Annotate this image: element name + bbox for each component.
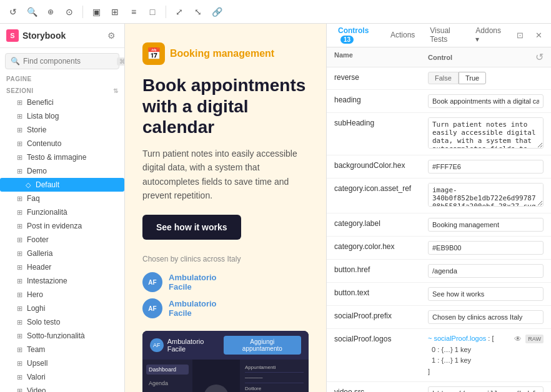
toolbar-refresh-btn[interactable]: ↺: [5, 4, 21, 20]
tab-actions-label: Actions: [390, 31, 415, 39]
toolbar-fit-btn[interactable]: ⊙: [61, 4, 77, 20]
search-input[interactable]: [23, 57, 117, 66]
control-column-header: Control ↺: [428, 51, 544, 63]
sidebar-item-label: Video: [27, 386, 46, 392]
toolbar-external-btn[interactable]: ⤡: [190, 4, 206, 20]
clinic-name-text-2: Ambulatorio: [169, 299, 217, 308]
sidebar-item-sotto-funzionalita[interactable]: ⊞ Sotto-funzionalità: [0, 329, 124, 343]
bgcolor-input[interactable]: [428, 160, 544, 174]
sidebar-item-storie[interactable]: ⊞ Storie: [0, 123, 124, 137]
tab-addons[interactable]: Addons ▾: [469, 24, 507, 49]
cta-button[interactable]: See how it works: [142, 215, 241, 240]
sidebar-item-label: Contenuto: [27, 139, 61, 148]
tab-actions[interactable]: Actions: [384, 27, 421, 44]
tab-controls[interactable]: Controls 13: [332, 24, 382, 49]
mini-nav-agenda[interactable]: Agenda: [146, 378, 189, 388]
sp-logos-raw-badge[interactable]: RAW: [525, 335, 544, 343]
sidebar-item-team[interactable]: ⊞ Team: [0, 343, 124, 356]
video-add-appointment-btn[interactable]: Aggiungi appuntamento: [224, 336, 301, 355]
search-shortcut: ⌘K: [117, 57, 125, 66]
toggle-true[interactable]: True: [459, 72, 486, 84]
sidebar-item-header[interactable]: ⊞ Header: [0, 260, 124, 274]
reset-controls-btn[interactable]: ↺: [535, 51, 544, 63]
control-name-heading: heading: [334, 94, 428, 104]
control-value-cat-icon: image-340b0f852be1db722e6d9978708b5581fa…: [428, 183, 544, 208]
app-logo: S Storybook: [6, 29, 66, 42]
toolbar-frame-btn[interactable]: □: [144, 4, 161, 20]
sidebar-item-default[interactable]: ◇ Default: [0, 178, 124, 192]
panel-close-btn[interactable]: ✕: [531, 28, 546, 43]
sidebar-item-contenuto[interactable]: ⊞ Contenuto: [0, 137, 124, 150]
sidebar-item-funzionalita[interactable]: ⊞ Funzionalità: [0, 205, 124, 219]
sidebar-item-valori[interactable]: ⊞ Valori: [0, 370, 124, 384]
subheading-textarea[interactable]: Turn patient notes into easily accessibl…: [428, 117, 544, 149]
control-row-cat-icon: category.icon.asset_ref image-340b0f852b…: [327, 179, 551, 213]
video-header-title: Ambulatorio Facile: [167, 338, 224, 353]
sidebar-item-intestazione[interactable]: ⊞ Intestazione: [0, 274, 124, 288]
control-name-cat-color: category.color.hex: [334, 241, 428, 251]
search-icon: 🔍: [11, 57, 20, 66]
category-badge: 📅 Booking management: [142, 42, 309, 65]
control-value-video-src: https://sagewill.com/hubfs/Swiftbrief%20…: [428, 386, 544, 392]
sidebar-item-hero[interactable]: ⊞ Hero: [0, 288, 124, 301]
tab-visual-tests-label: Visual Tests: [430, 26, 450, 44]
sidebar-item-label: Storie: [27, 125, 46, 134]
toggle-false[interactable]: False: [428, 72, 459, 84]
panel-maximize-btn[interactable]: ⊡: [512, 28, 527, 43]
toolbar-link-btn[interactable]: 🔗: [209, 4, 225, 20]
sidebar-item-faq[interactable]: ⊞ Faq: [0, 192, 124, 205]
btn-href-input[interactable]: [428, 264, 544, 278]
clinic-logo-2: AF Ambulatorio Facile: [142, 298, 309, 318]
default-icon: ◇: [24, 180, 32, 189]
control-row-reverse: reverse False True: [327, 67, 551, 90]
control-row-subheading: subHeading Turn patient notes into easil…: [327, 113, 551, 155]
video-right-panel: Appuntamenti ───── Dottore ─────: [240, 360, 309, 392]
toolbar-fullscreen-btn[interactable]: ⤢: [171, 4, 187, 20]
sidebar-item-lista-blog[interactable]: ⊞ Lista blog: [0, 109, 124, 123]
btn-text-input[interactable]: [428, 287, 544, 301]
sidebar-item-testo-immagine[interactable]: ⊞ Testo & immagine: [0, 150, 124, 164]
heading-input[interactable]: [428, 94, 544, 108]
sp-prefix-input[interactable]: [428, 310, 544, 324]
cat-color-input[interactable]: [428, 241, 544, 255]
contenuto-icon: ⊞: [15, 139, 24, 148]
toolbar-zoom-out-btn[interactable]: 🔍: [24, 4, 40, 20]
sidebar-item-label: Funzionalità: [27, 208, 67, 217]
video-src-textarea[interactable]: https://sagewill.com/hubfs/Swiftbrief%20…: [428, 386, 544, 392]
control-row-heading: heading: [327, 90, 551, 113]
sidebar-item-loghi[interactable]: ⊞ Loghi: [0, 301, 124, 315]
sidebar-item-benefici[interactable]: ⊞ Benefici: [0, 96, 124, 109]
sp-logos-link[interactable]: ~ socialProof.logos: [428, 335, 486, 342]
toolbar-zoom-in-btn[interactable]: ⊕: [42, 4, 59, 20]
video-play-button[interactable]: ▶: [204, 385, 229, 392]
toolbar-layout-btn[interactable]: ⊞: [107, 4, 123, 20]
cat-icon-textarea[interactable]: image-340b0f852be1db722e6d9978708b5581fa…: [428, 183, 544, 207]
tab-visual-tests[interactable]: Visual Tests: [424, 24, 467, 49]
sidebar-item-label: Sotto-funzionalità: [27, 331, 85, 340]
sidebar-item-galleria[interactable]: ⊞ Galleria: [0, 247, 124, 260]
logo-icon: S: [6, 29, 19, 42]
control-row-bgcolor: backgroundColor.hex: [327, 155, 551, 179]
toolbar-list-btn[interactable]: ≡: [126, 4, 142, 20]
sidebar-item-label: Header: [27, 263, 51, 272]
control-name-sp-logos: socialProof.logos: [334, 333, 428, 343]
sidebar-item-footer[interactable]: ⊞ Footer: [0, 233, 124, 247]
main-layout: S Storybook ⚙ 🔍 ⌘K PAGINE SEZIONI ⇅: [0, 24, 551, 392]
preview-area: 📅 Booking management Book appointments w…: [125, 24, 326, 392]
cat-label-input[interactable]: [428, 218, 544, 232]
sidebar-item-solo-testo[interactable]: ⊞ Solo testo: [0, 315, 124, 329]
sidebar-item-post-in-evidenza[interactable]: ⊞ Post in evidenza: [0, 219, 124, 233]
sidebar-item-video[interactable]: ⊞ Video: [0, 384, 124, 392]
sidebar-item-demo[interactable]: ⊞ Demo: [0, 164, 124, 178]
sidebar-item-upsell[interactable]: ⊞ Upsell: [0, 356, 124, 370]
settings-button[interactable]: ⚙: [104, 29, 118, 42]
control-value-btn-text: [428, 287, 544, 301]
control-row-cat-color: category.color.hex: [327, 237, 551, 260]
toolbar-grid-btn[interactable]: ▣: [88, 4, 104, 20]
video-main-content: ▶: [192, 360, 240, 392]
benefici-icon: ⊞: [15, 98, 24, 107]
control-name-video-src: video.src: [334, 386, 428, 392]
video-right-row-1: Appuntamenti: [245, 365, 304, 373]
sp-logos-eye-btn[interactable]: 👁: [513, 333, 523, 345]
mini-nav-dashboard[interactable]: Dashboard: [146, 365, 189, 375]
